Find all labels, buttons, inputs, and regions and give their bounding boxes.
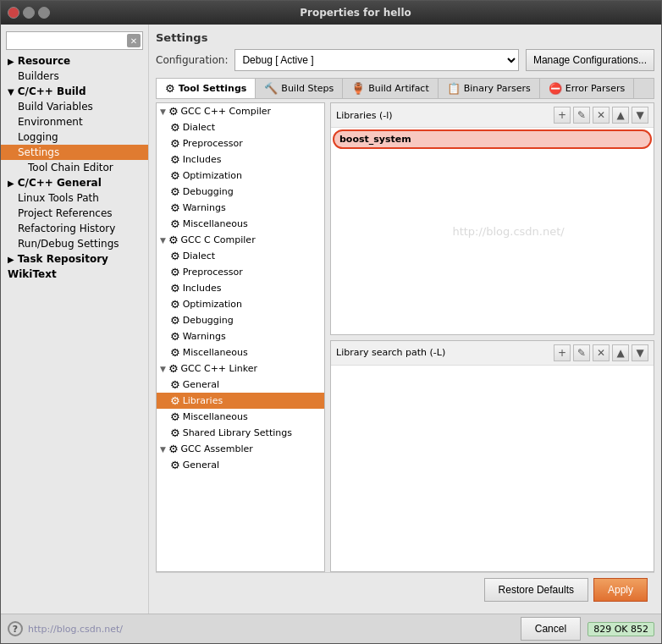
sidebar-item-settings[interactable]: Settings	[1, 145, 148, 160]
tree-item-libraries[interactable]: ⚙ Libraries	[157, 393, 324, 409]
cancel-button[interactable]: Cancel	[521, 617, 581, 641]
tree-label: Preprocessor	[183, 138, 243, 149]
tree-item-gcc-assembler[interactable]: ▼ ⚙ GCC Assembler	[157, 441, 324, 457]
search-input[interactable]	[6, 31, 143, 50]
restore-defaults-button[interactable]: Restore Defaults	[484, 578, 588, 602]
libraries-panel: Libraries (-l) + ✎ ✕ ▲ ▼ boost_sy	[330, 102, 654, 335]
tree-item-warnings-c[interactable]: ⚙ Warnings	[157, 328, 324, 344]
bottom-bar: Restore Defaults Apply	[156, 572, 654, 607]
tree-item-miscellaneous-c[interactable]: ⚙ Miscellaneous	[157, 344, 324, 361]
tab-tool-settings[interactable]: ⚙ Tool Settings	[157, 79, 256, 98]
move-up-search-button[interactable]: ▲	[612, 344, 629, 361]
library-search-list	[331, 366, 654, 572]
minimize-button[interactable]	[23, 7, 35, 19]
list-item-label: boost_system	[339, 134, 411, 145]
tree-item-miscellaneous-cpp[interactable]: ⚙ Miscellaneous	[157, 216, 324, 232]
move-down-search-button[interactable]: ▼	[632, 344, 648, 361]
tree-item-preprocessor-c[interactable]: ⚙ Preprocessor	[157, 264, 324, 280]
library-search-panel-header: Library search path (-L) + ✎ ✕ ▲ ▼	[331, 341, 654, 366]
tree-item-debugging-c[interactable]: ⚙ Debugging	[157, 312, 324, 328]
sidebar-item-environment[interactable]: Environment	[1, 114, 148, 129]
sidebar-item-ccpp-general[interactable]: ▶ C/C++ General	[1, 175, 148, 190]
sidebar-item-run-debug[interactable]: Run/Debug Settings	[1, 236, 148, 251]
sidebar-item-task-repo[interactable]: ▶ Task Repository	[1, 251, 148, 267]
tree-label: Dialect	[183, 122, 215, 133]
tree-item-preprocessor[interactable]: ⚙ Preprocessor	[157, 135, 324, 151]
sidebar-item-label: WikiText	[8, 268, 57, 280]
tree-item-optimization[interactable]: ⚙ Optimization	[157, 168, 324, 184]
move-down-library-button[interactable]: ▼	[632, 107, 648, 124]
tab-error-parsers[interactable]: ⛔ Error Parsers	[540, 79, 634, 98]
list-item[interactable]: boost_system	[333, 129, 652, 149]
library-search-panel: Library search path (-L) + ✎ ✕ ▲ ▼	[330, 340, 654, 573]
tree-item-dialect-c[interactable]: ⚙ Dialect	[157, 248, 324, 264]
add-search-button[interactable]: +	[554, 344, 571, 361]
sidebar-item-logging[interactable]: Logging	[1, 129, 148, 145]
tree-item-warnings[interactable]: ⚙ Warnings	[157, 200, 324, 216]
delete-library-button[interactable]: ✕	[593, 107, 610, 124]
tree-item-gcc-c-compiler[interactable]: ▼ ⚙ GCC C Compiler	[157, 232, 324, 248]
manage-configs-button[interactable]: Manage Configurations...	[526, 49, 654, 71]
sidebar-item-builders[interactable]: Builders	[1, 69, 148, 84]
right-panel: Settings Configuration: Debug [ Active ]…	[149, 25, 661, 614]
sidebar-item-tool-chain-editor[interactable]: Tool Chain Editor	[1, 160, 148, 175]
settings-heading: Settings	[156, 31, 654, 44]
help-icon[interactable]: ?	[8, 621, 23, 636]
tab-build-artifact[interactable]: 🏺 Build Artifact	[343, 79, 439, 98]
delete-search-button[interactable]: ✕	[593, 344, 610, 361]
close-button[interactable]	[8, 7, 19, 19]
add-library-button[interactable]: +	[554, 107, 571, 124]
tree-item-optimization-c[interactable]: ⚙ Optimization	[157, 296, 324, 312]
tree-item-dialect[interactable]: ⚙ Dialect	[157, 119, 324, 135]
arrow-icon: ▶	[8, 57, 14, 66]
tree-item-miscellaneous-linker[interactable]: ⚙ Miscellaneous	[157, 409, 324, 425]
edit-search-button[interactable]: ✎	[573, 344, 590, 361]
edit-library-button[interactable]: ✎	[573, 107, 590, 124]
tree-item-debugging[interactable]: ⚙ Debugging	[157, 184, 324, 200]
apply-button[interactable]: Apply	[593, 578, 648, 602]
tree-item-shared-library[interactable]: ⚙ Shared Library Settings	[157, 425, 324, 441]
sidebar-item-ccpp-build[interactable]: ▼ C/C++ Build	[1, 84, 148, 99]
tab-build-steps[interactable]: 🔨 Build Steps	[256, 79, 343, 98]
tree-label: Includes	[183, 154, 222, 165]
tree-item-gcc-cpp-compiler[interactable]: ▼ ⚙ GCC C++ Compiler	[157, 103, 324, 119]
libraries-list: boost_system http://blog.csdn.net/	[331, 128, 654, 334]
tab-build-steps-label: Build Steps	[281, 83, 334, 94]
sidebar-item-build-variables[interactable]: Build Variables	[1, 99, 148, 114]
tree-item-gcc-cpp-linker[interactable]: ▼ ⚙ GCC C++ Linker	[157, 361, 324, 377]
sidebar-item-label: Task Repository	[18, 253, 108, 265]
build-steps-icon: 🔨	[264, 82, 278, 95]
sidebar-item-label: Linux Tools Path	[18, 192, 99, 204]
ok-badge: 829 OK 852	[588, 622, 654, 636]
tree-label: Includes	[183, 283, 222, 294]
search-box: ✕	[6, 31, 143, 50]
sidebar-item-label: Tool Chain Editor	[28, 162, 113, 173]
sidebar-item-label: Environment	[18, 116, 83, 128]
window-title: Properties for hello	[57, 7, 654, 19]
sidebar-item-wikitext[interactable]: WikiText	[1, 267, 148, 282]
sidebar-item-refactoring[interactable]: Refactoring History	[1, 221, 148, 236]
sidebar-item-label: C/C++ Build	[18, 85, 86, 97]
arrow-icon: ▼	[8, 87, 14, 96]
sidebar-item-resource[interactable]: ▶ Resource	[1, 53, 148, 69]
config-label: Configuration:	[156, 54, 228, 66]
tab-error-parsers-label: Error Parsers	[565, 83, 625, 94]
sidebar-item-project-refs[interactable]: Project References	[1, 206, 148, 221]
tree-item-includes-c[interactable]: ⚙ Includes	[157, 280, 324, 296]
maximize-button[interactable]	[38, 7, 50, 19]
search-clear-button[interactable]: ✕	[127, 34, 141, 47]
tree-item-includes[interactable]: ⚙ Includes	[157, 151, 324, 168]
config-select[interactable]: Debug [ Active ]	[234, 49, 518, 71]
sidebar: ✕ ▶ Resource Builders ▼ C/C++ Build Buil…	[1, 25, 149, 614]
tree-item-general-linker[interactable]: ⚙ General	[157, 377, 324, 393]
tree-label: GCC Assembler	[181, 443, 253, 454]
tab-binary-parsers-label: Binary Parsers	[464, 83, 531, 94]
sidebar-item-label: Resource	[18, 55, 70, 67]
move-up-library-button[interactable]: ▲	[612, 107, 629, 124]
sidebar-item-linux-tools[interactable]: Linux Tools Path	[1, 190, 148, 206]
tree-label: Warnings	[183, 331, 226, 342]
tree-label: General	[183, 379, 219, 390]
status-right: Cancel 829 OK 852	[521, 617, 654, 641]
tree-item-general-assembler[interactable]: ⚙ General	[157, 457, 324, 473]
tab-binary-parsers[interactable]: 📋 Binary Parsers	[439, 79, 540, 98]
